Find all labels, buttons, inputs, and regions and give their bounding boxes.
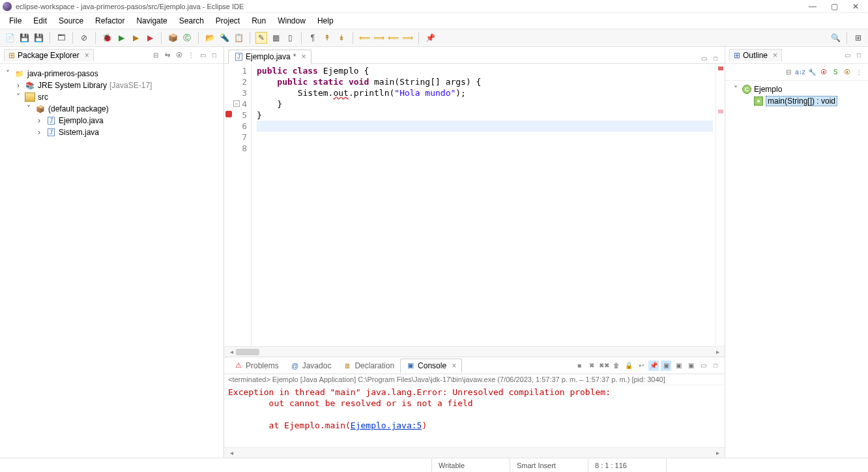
menu-file[interactable]: File bbox=[4, 15, 27, 27]
scroll-lock-button[interactable]: 🔒 bbox=[624, 361, 634, 371]
tab-problems[interactable]: ⚠ Problems bbox=[228, 359, 285, 373]
hide-fields-button[interactable]: 🔧 bbox=[807, 67, 817, 78]
skip-breakpoints-button[interactable]: ⊘ bbox=[78, 32, 90, 44]
overview-ruler[interactable] bbox=[716, 64, 725, 346]
fold-icon[interactable]: − bbox=[233, 100, 240, 107]
tree-project[interactable]: ˅📁 java-primeros-pasos bbox=[4, 68, 224, 80]
coverage-button[interactable]: ▶ bbox=[130, 32, 141, 44]
debug-button[interactable]: 🐞 bbox=[101, 32, 113, 44]
editor-area[interactable]: 1 2 3 −4 5 6 7 8 public class Ejemplo { … bbox=[224, 64, 725, 346]
run-button[interactable]: ▶ bbox=[115, 32, 127, 44]
quick-access-button[interactable]: 🔍 bbox=[830, 32, 841, 44]
maximize-view-button[interactable]: □ bbox=[209, 50, 220, 61]
collapse-all-button[interactable]: ⊟ bbox=[151, 50, 161, 61]
minimize-view-button[interactable]: ▭ bbox=[197, 50, 208, 61]
menu-window[interactable]: Window bbox=[272, 15, 311, 27]
pin-console-button[interactable]: 📌 bbox=[648, 361, 659, 371]
menu-project[interactable]: Project bbox=[210, 15, 245, 27]
perspective-java-button[interactable]: ⊞ bbox=[852, 32, 864, 44]
overview-warning-marker[interactable] bbox=[718, 110, 723, 113]
hide-non-public-button[interactable]: S bbox=[830, 67, 841, 78]
new-class-button[interactable]: Ⓒ bbox=[181, 32, 193, 44]
tab-declaration[interactable]: 🗎 Declaration bbox=[337, 359, 400, 373]
close-icon[interactable]: × bbox=[773, 51, 777, 60]
sort-button[interactable]: a↓z bbox=[795, 67, 805, 78]
tab-javadoc[interactable]: @ Javadoc bbox=[285, 359, 338, 373]
outline-class-row[interactable]: ˅ C Ejemplo bbox=[725, 83, 868, 95]
word-wrap-button[interactable]: ↩ bbox=[636, 361, 646, 371]
menu-edit[interactable]: Edit bbox=[28, 15, 52, 27]
open-type-button[interactable]: 📂 bbox=[204, 32, 216, 44]
outline-method-row[interactable]: ● main(String[]) : void bbox=[725, 95, 868, 107]
console-horizontal-scrollbar[interactable]: ◂▸ bbox=[224, 447, 725, 458]
menu-help[interactable]: Help bbox=[312, 15, 339, 27]
link-editor-button[interactable]: ⇆ bbox=[162, 50, 173, 61]
menu-refactor[interactable]: Refactor bbox=[90, 15, 130, 27]
annotation-prev-button[interactable]: ↟ bbox=[321, 32, 333, 44]
overview-error-marker[interactable] bbox=[718, 66, 723, 70]
hide-local-button[interactable]: ⦿ bbox=[842, 67, 852, 78]
menu-source[interactable]: Source bbox=[53, 15, 89, 27]
tab-console[interactable]: ▣ Console × bbox=[400, 359, 462, 373]
run-last-button[interactable]: ▶ bbox=[144, 32, 156, 44]
close-icon[interactable]: × bbox=[301, 52, 306, 61]
code-area[interactable]: public class Ejemplo { public static voi… bbox=[252, 64, 716, 346]
menu-run[interactable]: Run bbox=[246, 15, 271, 27]
console-output[interactable]: Exception in thread "main" java.lang.Err… bbox=[224, 385, 725, 447]
open-console-button[interactable]: ▣ bbox=[686, 361, 696, 371]
display-console-button[interactable]: ▣ bbox=[661, 361, 671, 371]
forward-button[interactable]: ⟹ bbox=[373, 32, 384, 44]
back2-button[interactable]: ⟸ bbox=[387, 32, 399, 44]
search-button[interactable]: 🔦 bbox=[218, 32, 230, 44]
new-button[interactable]: 📄 bbox=[4, 32, 16, 44]
clear-console-button[interactable]: 🗑 bbox=[611, 361, 622, 371]
toggle-mark-button[interactable]: ✎ bbox=[255, 32, 267, 44]
toggle-block-button[interactable]: ▦ bbox=[270, 32, 282, 44]
show-console-button[interactable]: ▣ bbox=[673, 361, 684, 371]
package-explorer-tree[interactable]: ˅📁 java-primeros-pasos ›📚 JRE System Lib… bbox=[0, 64, 224, 142]
minimize-outline-button[interactable]: ▭ bbox=[842, 50, 852, 61]
maximize-button[interactable]: ▢ bbox=[831, 2, 838, 11]
close-icon[interactable]: × bbox=[85, 51, 89, 60]
outline-menu-button[interactable]: ⋮ bbox=[854, 67, 864, 78]
close-icon[interactable]: × bbox=[452, 361, 456, 370]
focus-active-button[interactable]: ⊟ bbox=[783, 67, 794, 78]
paragraph-button[interactable]: ¶ bbox=[307, 32, 319, 44]
menu-search[interactable]: Search bbox=[174, 15, 209, 27]
annotation-next-button[interactable]: ↡ bbox=[336, 32, 347, 44]
save-button[interactable]: 💾 bbox=[18, 32, 30, 44]
package-explorer-tab[interactable]: ⊞ Package Explorer × bbox=[4, 49, 94, 61]
outline-tree[interactable]: ˅ C Ejemplo ● main(String[]) : void bbox=[725, 81, 868, 458]
minimize-editor-button[interactable]: ▭ bbox=[699, 53, 709, 63]
maximize-editor-button[interactable]: □ bbox=[710, 53, 721, 63]
save-all-button[interactable]: 💾 bbox=[33, 32, 44, 44]
line-gutter[interactable]: 1 2 3 −4 5 6 7 8 bbox=[224, 64, 252, 346]
outline-tab[interactable]: ⊞ Outline × bbox=[729, 49, 782, 61]
maximize-bottom-button[interactable]: □ bbox=[710, 361, 721, 371]
tree-jre[interactable]: ›📚 JRE System Library [JavaSE-17] bbox=[4, 80, 224, 91]
new-package-button[interactable]: 📦 bbox=[167, 32, 179, 44]
stack-trace-link[interactable]: Ejemplo.java:5 bbox=[351, 420, 422, 430]
close-button[interactable]: ✕ bbox=[852, 2, 859, 11]
terminate-button[interactable]: ■ bbox=[574, 361, 585, 371]
editor-horizontal-scrollbar[interactable]: ◂▸ bbox=[224, 346, 725, 357]
view-menu-button[interactable]: ⋮ bbox=[186, 50, 196, 61]
editor-tab-ejemplo[interactable]: 🄹 Ejemplo.java * × bbox=[228, 50, 311, 64]
back-button[interactable]: ⟸ bbox=[358, 32, 370, 44]
forward2-button[interactable]: ⟹ bbox=[401, 32, 413, 44]
open-task-button[interactable]: 📋 bbox=[233, 32, 244, 44]
tree-file-ejemplo[interactable]: ›🄹 Ejemplo.java bbox=[4, 115, 224, 126]
focus-button[interactable]: ⦿ bbox=[174, 50, 184, 61]
hide-static-button[interactable]: ⦿ bbox=[818, 67, 829, 78]
tree-file-sistem[interactable]: ›🄹 Sistem.java bbox=[4, 126, 224, 138]
remove-launch-button[interactable]: ✖ bbox=[586, 361, 597, 371]
remove-all-button[interactable]: ✖✖ bbox=[599, 361, 609, 371]
error-marker-icon[interactable] bbox=[225, 111, 232, 117]
menu-navigate[interactable]: Navigate bbox=[131, 15, 172, 27]
minimize-bottom-button[interactable]: ▭ bbox=[698, 361, 708, 371]
tree-default-package[interactable]: ˅📦 (default package) bbox=[4, 103, 224, 115]
toggle-breadcrumb-button[interactable]: 🗔 bbox=[55, 32, 67, 44]
pin-editor-button[interactable]: 📌 bbox=[424, 32, 436, 44]
minimize-button[interactable]: — bbox=[809, 2, 817, 11]
show-whitespace-button[interactable]: ▯ bbox=[284, 32, 296, 44]
